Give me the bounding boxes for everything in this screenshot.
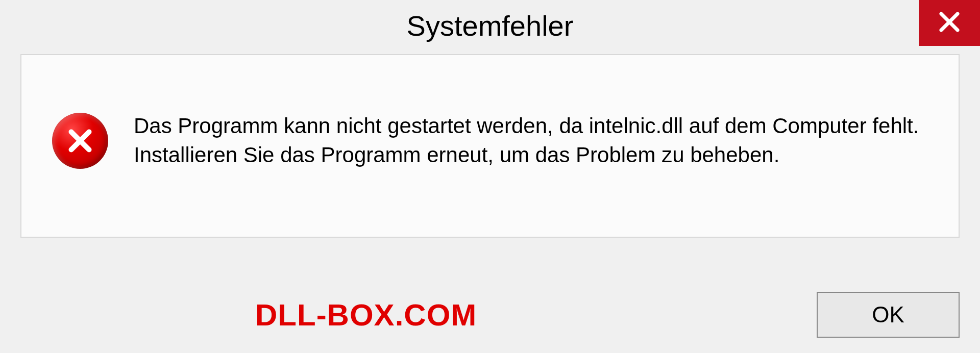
dialog-title: Systemfehler [407, 9, 574, 42]
ok-button[interactable]: OK [817, 292, 960, 338]
close-icon [937, 10, 962, 36]
error-icon [52, 113, 108, 169]
content-panel: Das Programm kann nicht gestartet werden… [20, 54, 960, 238]
close-button[interactable] [919, 0, 980, 46]
error-message: Das Programm kann nicht gestartet werden… [134, 112, 928, 169]
title-bar: Systemfehler [0, 0, 980, 51]
dialog-footer: DLL-BOX.COM OK [0, 292, 980, 338]
watermark-text: DLL-BOX.COM [255, 297, 477, 333]
error-dialog: Systemfehler Das Programm kann nicht ges… [0, 0, 980, 353]
